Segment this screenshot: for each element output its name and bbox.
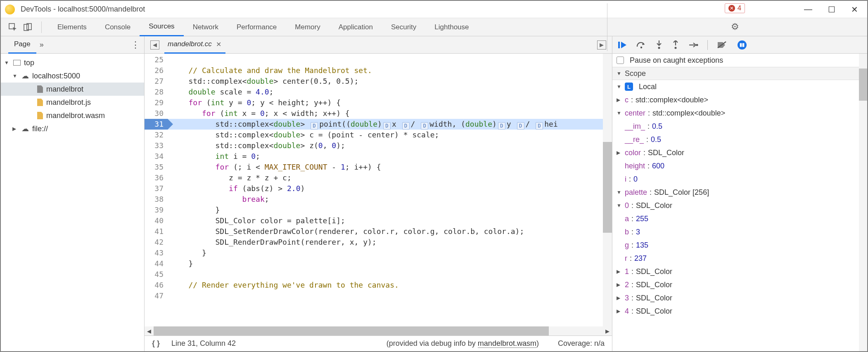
- script-icon: [37, 99, 43, 106]
- debug-info-link[interactable]: mandelbrot.wasm: [478, 339, 536, 348]
- close-tab-icon[interactable]: ✕: [216, 40, 221, 48]
- tab-console[interactable]: Console: [96, 18, 140, 36]
- device-toolbar-icon[interactable]: [23, 23, 32, 32]
- var-palette[interactable]: ▼palette: SDL_Color [256]: [612, 186, 867, 199]
- page-tab[interactable]: Page: [8, 36, 36, 54]
- var-height[interactable]: height: 600: [612, 159, 867, 172]
- tab-sources[interactable]: Sources: [140, 18, 183, 36]
- var-center-re[interactable]: __re_: 0.5: [612, 133, 867, 146]
- var-palette-1[interactable]: ▶1: SDL_Color: [612, 265, 867, 278]
- editor-vscrollbar[interactable]: [603, 54, 612, 326]
- hscroll-left-icon[interactable]: ◀: [145, 328, 154, 334]
- code-lines[interactable]: // Calculate and draw the Mandelbrot set…: [168, 54, 612, 326]
- var-palette-0-r[interactable]: r: 237: [612, 252, 867, 265]
- cloud-icon: ☁: [21, 124, 29, 133]
- step-out-icon[interactable]: [672, 40, 679, 50]
- step-over-icon[interactable]: [636, 41, 646, 49]
- local-badge-icon: L: [625, 83, 633, 91]
- nav-forward-icon[interactable]: ▶: [597, 40, 606, 50]
- var-color[interactable]: ▶color: SDL_Color: [612, 146, 867, 159]
- tree-file-mandelbrot-wasm[interactable]: mandelbrot.wasm: [1, 109, 144, 122]
- nav-back-icon[interactable]: ◀: [150, 40, 159, 50]
- var-c[interactable]: ▶c: std::complex<double>: [612, 93, 867, 106]
- main-tabs: Elements Console Sources Network Perform…: [1, 18, 867, 36]
- resume-icon[interactable]: [618, 41, 627, 49]
- editor-header: ◀ mandelbrot.cc ✕ ▶: [145, 36, 612, 54]
- editor-footer: { } Line 31, Column 42 (provided via deb…: [145, 335, 612, 351]
- debug-info-source: (provided via debug info by mandelbrot.w…: [387, 339, 539, 348]
- navigator-header: Page » ⋮: [1, 36, 144, 54]
- tab-elements[interactable]: Elements: [48, 18, 96, 36]
- tab-performance[interactable]: Performance: [228, 18, 286, 36]
- scope-vscrollbar[interactable]: [859, 54, 867, 351]
- document-icon: [37, 85, 43, 93]
- tab-lighthouse[interactable]: Lighthouse: [425, 18, 478, 36]
- vscroll-thumb[interactable]: [603, 142, 612, 233]
- cursor-position: Line 31, Column 42: [171, 339, 236, 348]
- svg-point-7: [696, 44, 698, 46]
- navigator-menu-icon[interactable]: ⋮: [131, 40, 140, 50]
- editor-hscrollbar[interactable]: ◀ ▶: [145, 326, 612, 335]
- tab-network[interactable]: Network: [184, 18, 228, 36]
- error-count-badge[interactable]: ✕ 4: [725, 3, 745, 13]
- window-title: DevTools - localhost:5000/mandelbrot: [21, 5, 145, 14]
- var-palette-0-g[interactable]: g: 135: [612, 239, 867, 252]
- var-center[interactable]: ▼center: std::complex<double>: [612, 106, 867, 120]
- svg-point-6: [675, 47, 677, 49]
- svg-rect-3: [618, 42, 620, 48]
- step-into-icon[interactable]: [655, 40, 663, 50]
- cloud-icon: ☁: [21, 71, 29, 80]
- frame-icon: [13, 60, 21, 66]
- var-palette-0-a[interactable]: a: 255: [612, 212, 867, 225]
- tree-file-mandelbrot-js[interactable]: mandelbrot.js: [1, 96, 144, 109]
- var-palette-0[interactable]: ▼0: SDL_Color: [612, 199, 867, 212]
- step-icon[interactable]: [688, 41, 698, 49]
- error-count: 4: [738, 4, 741, 12]
- editor-tab-name: mandelbrot.cc: [168, 40, 212, 48]
- debug-body: Pause on caught exceptions ▼Scope ▼LLoca…: [612, 54, 867, 351]
- hscroll-thumb[interactable]: [154, 326, 549, 335]
- coverage-status: Coverage: n/a: [558, 339, 605, 348]
- var-i[interactable]: i: 0: [612, 172, 867, 186]
- debug-toolbar: ▮▮: [612, 36, 867, 54]
- svg-point-5: [658, 47, 660, 49]
- var-palette-2[interactable]: ▶2: SDL_Color: [612, 278, 867, 291]
- gutter[interactable]: 2526272829303132333435363738394041424344…: [145, 54, 168, 326]
- navigator-pane: Page » ⋮ ▼top ▼☁localhost:5000 mandelbro…: [1, 36, 145, 351]
- code-area[interactable]: 2526272829303132333435363738394041424344…: [145, 54, 612, 326]
- pause-on-exceptions-icon[interactable]: ▮▮: [738, 40, 747, 50]
- editor-tab[interactable]: mandelbrot.cc ✕: [164, 36, 225, 54]
- var-center-im[interactable]: __im_: 0.5: [612, 120, 867, 133]
- var-palette-4[interactable]: ▶4: SDL_Color: [612, 305, 867, 318]
- tree-file-mandelbrot[interactable]: mandelbrot: [1, 83, 144, 96]
- pause-caught-label: Pause on caught exceptions: [630, 56, 723, 65]
- tab-application[interactable]: Application: [330, 18, 382, 36]
- tree-file-scheme[interactable]: ▶☁file://: [1, 122, 144, 135]
- more-tabs-icon[interactable]: »: [40, 40, 44, 49]
- devtools-favicon: [5, 5, 15, 14]
- editor-pane: ◀ mandelbrot.cc ✕ ▶ 25262728293031323334…: [145, 36, 612, 351]
- pretty-print-icon[interactable]: { }: [152, 339, 160, 348]
- var-palette-0-b[interactable]: b: 3: [612, 225, 867, 239]
- debugger-pane: ▮▮ Pause on caught exceptions ▼Scope ▼LL…: [612, 36, 867, 351]
- pause-caught-checkbox[interactable]: [617, 57, 624, 64]
- scope-header[interactable]: ▼Scope: [612, 67, 867, 80]
- tab-security[interactable]: Security: [382, 18, 425, 36]
- deactivate-breakpoints-icon[interactable]: [717, 41, 727, 49]
- tree-origin[interactable]: ▼☁localhost:5000: [1, 69, 144, 83]
- pause-caught-row[interactable]: Pause on caught exceptions: [612, 54, 867, 67]
- settings-icon[interactable]: ⚙: [731, 21, 739, 32]
- error-icon: ✕: [728, 5, 735, 12]
- toolbar-separator: [707, 40, 708, 50]
- scope-vscroll-thumb[interactable]: [859, 69, 867, 101]
- script-icon: [37, 112, 43, 119]
- tab-memory[interactable]: Memory: [286, 18, 329, 36]
- svg-point-4: [640, 46, 642, 48]
- scope-local[interactable]: ▼LLocal: [612, 80, 867, 93]
- file-tree: ▼top ▼☁localhost:5000 mandelbrot mandelb…: [1, 54, 144, 351]
- tabs-divider: [41, 21, 42, 33]
- tree-top[interactable]: ▼top: [1, 56, 144, 69]
- hscroll-right-icon[interactable]: ▶: [603, 328, 612, 334]
- var-palette-3[interactable]: ▶3: SDL_Color: [612, 291, 867, 305]
- select-element-icon[interactable]: [8, 23, 17, 32]
